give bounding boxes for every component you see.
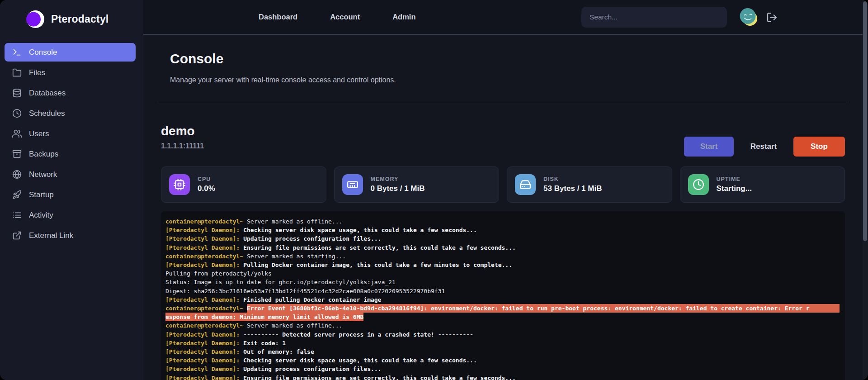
console-segment-plain: [243, 304, 247, 313]
logout-icon[interactable]: [766, 12, 778, 23]
main-content: Console Manage your server with real-tim…: [143, 35, 863, 380]
console-line: container@pterodactyl~ Server marked as …: [165, 252, 840, 261]
terminal-icon: [12, 48, 22, 57]
console-segment-msg: Exit code: 1: [240, 339, 286, 347]
users-icon: [12, 129, 22, 138]
console-line: Pulling from pterodactyl/yolks: [165, 269, 840, 278]
console-line: container@pterodactyl~ Error Event [3680…: [165, 304, 840, 313]
sidebar-item-external-link[interactable]: External Link: [5, 226, 136, 245]
console-output[interactable]: container@pterodactyl~ Server marked as …: [161, 211, 845, 380]
console-segment-msg: Ensuring file permissions are set correc…: [240, 243, 515, 252]
page-scrollbar[interactable]: [863, 0, 868, 380]
sidebar-item-activity[interactable]: Activity: [5, 206, 136, 224]
stat-value: 0 Bytes / 1 MiB: [371, 184, 425, 193]
sidebar-item-label: Files: [29, 68, 45, 77]
console-segment-plain: Server marked as offline...: [243, 217, 342, 226]
brand-name: Pterodactyl: [51, 13, 108, 25]
sidebar-nav: ConsoleFilesDatabasesSchedulesUsersBacku…: [0, 43, 143, 245]
sidebar-item-label: Network: [29, 170, 57, 179]
pterodactyl-logo-icon: [26, 10, 45, 28]
console-segment-plain: Status: Image is up to date for ghcr.io/…: [165, 278, 396, 286]
sidebar-item-label: External Link: [29, 231, 73, 240]
sidebar-item-schedules[interactable]: Schedules: [5, 104, 136, 123]
console-line: Status: Image is up to date for ghcr.io/…: [165, 278, 840, 286]
console-segment-gold: [Pterodactyl Daemon]:: [165, 347, 240, 356]
avatar[interactable]: [738, 6, 759, 27]
brand: Pterodactyl: [26, 10, 143, 28]
sidebar-item-network[interactable]: Network: [5, 165, 136, 184]
console-segment-gold: [Pterodactyl Daemon]:: [165, 330, 240, 339]
console-line: [Pterodactyl Daemon]: Ensuring file perm…: [165, 243, 840, 252]
stat-value: 0.0%: [198, 184, 215, 193]
nav-link-admin[interactable]: Admin: [392, 13, 415, 21]
sidebar-item-console[interactable]: Console: [5, 43, 136, 62]
console-segment-plain: Server marked as starting...: [243, 252, 346, 261]
console-line: [Pterodactyl Daemon]: Ensuring file perm…: [165, 374, 840, 380]
server-row: demo 1.1.1.1:11111 Start Restart Stop: [161, 124, 845, 157]
console-segment-error: Error Event [3680bf3c-86eb-4e10-bd9d-cba…: [247, 304, 840, 313]
sidebar-item-label: Schedules: [29, 109, 65, 118]
console-line: [Pterodactyl Daemon]: Out of memory: fal…: [165, 347, 840, 356]
console-segment-gold: [Pterodactyl Daemon]:: [165, 374, 240, 380]
console-segment-gold: container@pterodactyl~: [165, 217, 243, 226]
sidebar-item-databases[interactable]: Databases: [5, 84, 136, 102]
console-segment-gold: container@pterodactyl~: [165, 321, 243, 330]
console-segment-msg: Updating process configuration files...: [240, 365, 381, 373]
power-buttons: Start Restart Stop: [684, 137, 845, 157]
console-line: [Pterodactyl Daemon]: Checking server di…: [165, 226, 840, 234]
console-line: [Pterodactyl Daemon]: Updating process c…: [165, 234, 840, 243]
sidebar-item-label: Activity: [29, 211, 53, 220]
console-segment-gold: [Pterodactyl Daemon]:: [165, 356, 240, 365]
server-name: demo: [161, 124, 204, 138]
console-segment-gold: [Pterodactyl Daemon]:: [165, 226, 240, 234]
stat-label: MEMORY: [371, 176, 425, 182]
nav-link-account[interactable]: Account: [330, 13, 360, 21]
sidebar-item-label: Databases: [29, 89, 66, 98]
server-address: 1.1.1.1:11111: [161, 142, 204, 150]
search-input[interactable]: [581, 7, 727, 28]
console-line: Digest: sha256:3bc71616eb53a7f13bd12ff45…: [165, 287, 840, 295]
console-segment-plain: Server marked as offline...: [243, 321, 342, 330]
globe-icon: [12, 170, 22, 179]
console-line: [Pterodactyl Daemon]: Updating process c…: [165, 365, 840, 373]
list-icon: [12, 210, 22, 220]
console-segment-msg: Pulling Docker container image, this cou…: [240, 261, 512, 269]
topbar: DashboardAccountAdmin: [143, 0, 868, 35]
sidebar-item-files[interactable]: Files: [5, 63, 136, 82]
rocket-icon: [12, 190, 22, 200]
archive-icon: [12, 149, 22, 159]
sidebar-item-startup[interactable]: Startup: [5, 185, 136, 204]
stop-button[interactable]: Stop: [793, 137, 845, 157]
scrollbar-thumb[interactable]: [863, 1, 867, 241]
database-icon: [12, 88, 22, 98]
server-identity: demo 1.1.1.1:11111: [161, 124, 204, 157]
console-segment-gold: [Pterodactyl Daemon]:: [165, 243, 240, 252]
console-line: [Pterodactyl Daemon]: Pulling Docker con…: [165, 261, 840, 269]
sidebar-item-backups[interactable]: Backups: [5, 145, 136, 163]
nav-link-dashboard[interactable]: Dashboard: [259, 13, 297, 21]
sidebar-item-label: Startup: [29, 190, 54, 200]
sidebar-item-users[interactable]: Users: [5, 124, 136, 143]
clock-icon: [12, 109, 22, 118]
console-segment-gold: [Pterodactyl Daemon]:: [165, 365, 240, 373]
start-button[interactable]: Start: [684, 137, 734, 157]
header-divider: [156, 102, 849, 102]
sidebar-item-label: Console: [29, 48, 57, 57]
console-segment-msg: Out of memory: false: [240, 347, 314, 356]
external-link-icon: [12, 231, 22, 240]
console-segment-msg: Updating process configuration files...: [240, 234, 381, 243]
console-segment-gold: [Pterodactyl Daemon]:: [165, 339, 240, 347]
console-segment-msg: Finished pulling Docker container image: [240, 295, 381, 304]
console-segment-gold: container@pterodactyl~: [165, 304, 243, 313]
restart-button[interactable]: Restart: [745, 137, 782, 157]
console-segment-plain: Pulling from pterodactyl/yolks: [165, 269, 272, 278]
console-segment-gold: [Pterodactyl Daemon]:: [165, 295, 240, 304]
app-window: Pterodactyl ConsoleFilesDatabasesSchedul…: [0, 0, 868, 380]
top-nav: DashboardAccountAdmin: [259, 0, 416, 34]
console-segment-gold: [Pterodactyl Daemon]:: [165, 261, 240, 269]
cpu-icon: [169, 174, 190, 195]
stat-label: DISK: [543, 176, 602, 182]
console-segment-msg: Checking server disk space usage, this c…: [240, 226, 476, 234]
stat-card-cpu: CPU0.0%: [161, 166, 326, 203]
console-segment-msg: Ensuring file permissions are set correc…: [240, 374, 515, 380]
